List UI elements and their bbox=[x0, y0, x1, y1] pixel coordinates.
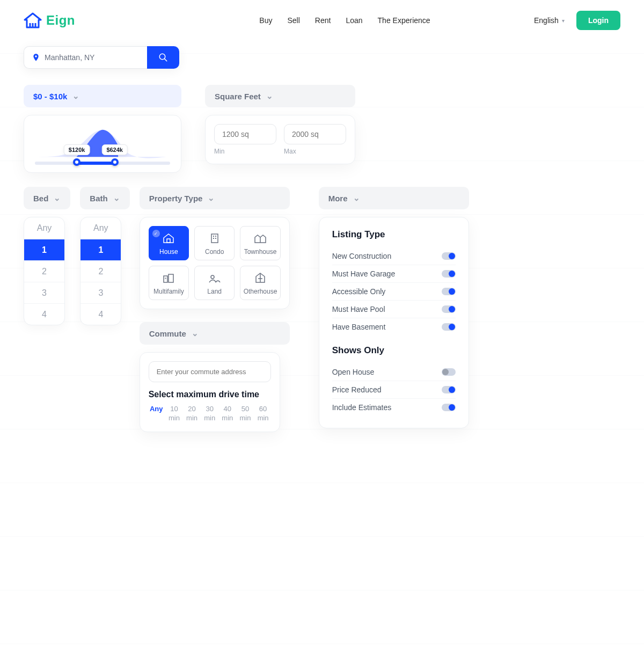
login-button[interactable]: Login bbox=[576, 11, 620, 30]
property-type-label: House bbox=[151, 248, 186, 256]
drive-time-option[interactable]: 60min bbox=[255, 405, 271, 423]
house-logo-icon bbox=[24, 12, 42, 28]
property-type-condo[interactable]: Condo bbox=[194, 226, 235, 260]
price-histogram bbox=[35, 125, 170, 163]
price-min-tag: $120k bbox=[64, 144, 90, 155]
more-pill[interactable]: More ⌄ bbox=[319, 187, 469, 209]
count-option[interactable]: 2 bbox=[24, 260, 64, 282]
count-option[interactable]: 3 bbox=[24, 282, 64, 303]
property-type-otherhouse[interactable]: Otherhouse bbox=[240, 266, 280, 300]
commute-address-input[interactable] bbox=[149, 361, 271, 382]
toggle-row: Include Estimates bbox=[332, 399, 456, 416]
property-type-card: ✓HouseCondoTownhouseMultifamilyLandOther… bbox=[140, 217, 290, 309]
sqft-max-input[interactable] bbox=[284, 124, 346, 144]
svg-rect-3 bbox=[167, 239, 170, 243]
commute-label: Commute bbox=[149, 329, 186, 338]
toggle-switch[interactable] bbox=[442, 270, 456, 278]
search-input-wrap[interactable] bbox=[24, 46, 147, 69]
search-input[interactable] bbox=[45, 53, 140, 62]
drive-time-option[interactable]: 30min bbox=[202, 405, 217, 423]
toggle-switch[interactable] bbox=[442, 305, 456, 313]
toggle-row: Must Have Pool bbox=[332, 301, 456, 318]
drive-time-option[interactable]: 10min bbox=[166, 405, 182, 423]
property-type-label: Land bbox=[197, 288, 232, 295]
more-filters-card: Listing Type New ConstructionMust Have G… bbox=[319, 217, 469, 428]
price-range-card: $120k $624k bbox=[24, 115, 181, 173]
nav-loan[interactable]: Loan bbox=[346, 16, 362, 25]
drive-time-title: Select maximum drive time bbox=[149, 390, 271, 399]
search-button[interactable] bbox=[147, 46, 179, 69]
property-type-label: Townhouse bbox=[243, 248, 277, 256]
property-type-label: Multifamily bbox=[151, 288, 186, 295]
toggle-switch[interactable] bbox=[442, 386, 456, 393]
bed-options: Any1234 bbox=[24, 217, 65, 325]
count-option[interactable]: 1 bbox=[80, 239, 121, 260]
price-max-tag: $624k bbox=[101, 144, 128, 155]
commute-pill[interactable]: Commute ⌄ bbox=[140, 322, 290, 345]
chevron-down-icon: ▾ bbox=[562, 18, 565, 24]
toggle-switch[interactable] bbox=[442, 404, 456, 411]
chevron-down-icon: ⌄ bbox=[266, 91, 273, 101]
count-option[interactable]: 4 bbox=[24, 303, 64, 325]
property-type-townhouse[interactable]: Townhouse bbox=[240, 226, 280, 260]
bed-label: Bed bbox=[33, 194, 48, 203]
price-filter-pill[interactable]: $0 - $10k ⌄ bbox=[24, 85, 181, 107]
count-option[interactable]: 3 bbox=[80, 282, 121, 303]
toggle-label: Accessible Only bbox=[332, 287, 386, 296]
svg-rect-11 bbox=[165, 278, 166, 279]
price-label: $0 - $10k bbox=[33, 92, 67, 101]
property-type-multifamily[interactable]: Multifamily bbox=[149, 266, 189, 300]
language-label: English bbox=[534, 16, 559, 25]
toggle-row: Have Basement bbox=[332, 318, 456, 336]
logo[interactable]: Eign bbox=[24, 12, 75, 28]
nav-buy[interactable]: Buy bbox=[259, 16, 272, 25]
property-type-house[interactable]: ✓House bbox=[149, 226, 189, 260]
toggle-switch[interactable] bbox=[442, 288, 456, 295]
svg-rect-8 bbox=[215, 238, 216, 239]
drive-time-option[interactable]: Any bbox=[149, 405, 164, 423]
toggle-label: Have Basement bbox=[332, 323, 386, 331]
sqft-min-input[interactable] bbox=[214, 124, 276, 144]
chevron-down-icon: ⌄ bbox=[54, 193, 61, 203]
toggle-switch[interactable] bbox=[442, 252, 456, 260]
toggle-label: Price Reduced bbox=[332, 385, 382, 394]
bath-options: Any1234 bbox=[80, 217, 121, 325]
sqft-filter-pill[interactable]: Square Feet ⌄ bbox=[205, 85, 355, 107]
slider-handle-min[interactable] bbox=[73, 158, 80, 166]
sqft-card: Min Max bbox=[205, 115, 355, 164]
count-option[interactable]: 2 bbox=[80, 260, 121, 282]
slider-handle-max[interactable] bbox=[111, 158, 119, 166]
language-selector[interactable]: English ▾ bbox=[534, 16, 565, 25]
property-type-land[interactable]: Land bbox=[194, 266, 235, 300]
count-option[interactable]: 4 bbox=[80, 303, 121, 325]
nav-experience[interactable]: The Experience bbox=[378, 16, 430, 25]
drive-time-option[interactable]: 50min bbox=[237, 405, 253, 423]
multifamily-icon bbox=[151, 272, 186, 285]
bath-filter-pill[interactable]: Bath ⌄ bbox=[80, 187, 129, 209]
nav-sell[interactable]: Sell bbox=[287, 16, 299, 25]
count-option[interactable]: Any bbox=[24, 217, 64, 239]
count-option[interactable]: 1 bbox=[24, 239, 64, 260]
toggle-label: Must Have Garage bbox=[332, 269, 396, 278]
sqft-min-label: Min bbox=[214, 148, 276, 155]
check-icon: ✓ bbox=[152, 230, 160, 237]
drive-time-option[interactable]: 40min bbox=[219, 405, 235, 423]
toggle-switch[interactable] bbox=[442, 368, 456, 376]
otherhouse-icon bbox=[243, 272, 277, 285]
nav-rent[interactable]: Rent bbox=[315, 16, 331, 25]
count-option[interactable]: Any bbox=[80, 217, 121, 239]
chevron-down-icon: ⌄ bbox=[113, 193, 120, 203]
toggle-switch[interactable] bbox=[442, 323, 456, 331]
property-type-pill[interactable]: Property Type ⌄ bbox=[140, 187, 290, 209]
condo-icon bbox=[197, 232, 232, 245]
commute-card: Select maximum drive time Any10min20min3… bbox=[140, 352, 280, 432]
price-slider[interactable]: $120k $624k bbox=[35, 162, 170, 165]
sqft-label: Square Feet bbox=[215, 92, 261, 101]
chevron-down-icon: ⌄ bbox=[208, 193, 215, 203]
bed-filter-pill[interactable]: Bed ⌄ bbox=[24, 187, 70, 209]
property-type-label: Condo bbox=[197, 248, 232, 256]
location-search bbox=[24, 46, 179, 69]
drive-time-option[interactable]: 20min bbox=[184, 405, 200, 423]
svg-point-12 bbox=[211, 275, 214, 279]
toggle-row: Must Have Garage bbox=[332, 265, 456, 283]
